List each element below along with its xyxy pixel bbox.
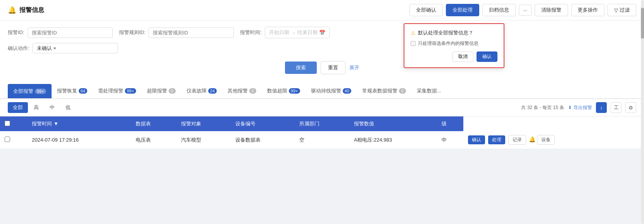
table-row: 2024-07-09 17:29:16电压表汽车模型设备数据表空A相电压:224…	[0, 131, 644, 149]
popover-title-text: 默认处理全部报警信息？	[418, 29, 473, 36]
handle-all-button[interactable]: 全部处理	[446, 4, 479, 16]
popover-actions: 取消 确认	[411, 51, 497, 62]
export-alarm-label: 导出报警	[573, 104, 592, 111]
search-row-2: 确认动作:	[8, 43, 636, 53]
confirm-all-button[interactable]: 全部确认	[409, 4, 443, 16]
tab-9[interactable]: 采集数据...	[411, 84, 447, 99]
confirm-action-label: 确认动作:	[8, 45, 29, 52]
archive-info-button[interactable]: 归档信息	[482, 4, 516, 16]
scrollbar-track[interactable]	[641, 0, 644, 224]
alarm-object: 汽车模型	[176, 131, 231, 149]
col-header-4[interactable]: 设备编号	[231, 116, 295, 131]
column-icon: 工	[614, 104, 619, 111]
col-header-7[interactable]: 级	[437, 116, 463, 131]
tab-1[interactable]: 报警恢复64	[52, 84, 93, 99]
tab-badge-6: 99+	[289, 88, 300, 94]
tab-badge-4: 24	[208, 88, 217, 94]
alarm-id-field: 报警ID:	[8, 27, 113, 38]
total-count-text: 共 32 条 - 每页 15 条	[521, 104, 564, 111]
popover-cancel-button[interactable]: 取消	[452, 51, 473, 62]
sub-filter-bar: 全部高中低 共 32 条 - 每页 15 条 ⬇ 导出报警 ↕ 工 ⚙	[0, 99, 644, 116]
row-device-button[interactable]: 设备	[537, 135, 555, 145]
export-alarm-button[interactable]: ⬇ 导出报警	[568, 104, 592, 111]
col-header-5[interactable]: 所属部门	[295, 116, 349, 131]
header-left: 🔔 报警信息	[8, 6, 44, 14]
tab-3[interactable]: 超限报警0	[142, 84, 181, 99]
tab-label-2: 需处理报警	[98, 87, 123, 94]
filter-only-checkbox[interactable]	[411, 41, 416, 46]
level-tab-中[interactable]: 中	[45, 102, 60, 113]
tab-label-4: 仪表故障	[186, 87, 207, 94]
tab-label-3: 超限报警	[147, 87, 167, 94]
rule-id-input[interactable]	[148, 27, 234, 38]
expand-button[interactable]: 展开	[349, 64, 359, 71]
search-panel: 报警ID: 报警规则ID: 报警时间: 开始日期 → 结束日期 📅 确认动作: …	[0, 21, 644, 84]
level-tab-高[interactable]: 高	[29, 102, 44, 113]
tab-badge-3: 0	[169, 88, 176, 94]
row-checkbox	[0, 131, 27, 149]
tab-4[interactable]: 仪表故障24	[181, 84, 222, 99]
confirm-action-field: 确认动作:	[8, 43, 118, 53]
filter-icon: ▽	[614, 7, 618, 13]
column-settings-button[interactable]: 工	[611, 102, 622, 113]
page-header: 🔔 报警信息 全部确认 全部处理 归档信息 ··· 清除报警 更多操作 ▽ 过滤…	[0, 0, 644, 21]
more-dots-button[interactable]: ···	[519, 5, 532, 16]
alarm-id-input[interactable]	[28, 27, 113, 38]
tab-6[interactable]: 数值超限99+	[262, 84, 306, 99]
col-header-3[interactable]: 报警对象	[176, 116, 231, 131]
sort-columns-button[interactable]: ↕	[596, 102, 607, 113]
tab-badge-8: 0	[399, 88, 406, 94]
col-header-1[interactable]: 报警时间 ▼	[27, 116, 131, 131]
rule-id-label: 报警规则ID:	[119, 29, 146, 36]
level-tabs: 全部高中低	[8, 102, 76, 113]
popover-title: ⚠ 默认处理全部报警信息？	[411, 29, 497, 36]
filter-label: 过滤	[620, 7, 630, 14]
filter-button[interactable]: ▽ 过滤	[608, 4, 636, 16]
clear-alarm-button[interactable]: 清除报警	[535, 4, 568, 16]
tab-7[interactable]: 驱动掉线报警40	[306, 84, 357, 99]
start-date-placeholder: 开始日期	[269, 29, 289, 36]
col-header-2[interactable]: 数据表	[131, 116, 176, 131]
tab-5[interactable]: 其他报警0	[222, 84, 262, 99]
row-confirm-button[interactable]: 确认	[468, 135, 485, 144]
col-header-6[interactable]: 报警数值	[349, 116, 437, 131]
handle-all-popover: ⚠ 默认处理全部报警信息？ 只处理筛选条件内的报警信息 取消 确认	[404, 23, 504, 68]
tab-badge-0: 99+	[35, 89, 46, 94]
table-meta: 共 32 条 - 每页 15 条 ⬇ 导出报警 ↕ 工 ⚙	[521, 102, 636, 113]
row-actions: 确认 处理 记录 🔔 设备	[463, 131, 644, 149]
search-actions: 搜索 重置 展开	[8, 58, 636, 77]
rule-id-field: 报警规则ID:	[119, 27, 234, 38]
select-all-checkbox[interactable]	[5, 121, 10, 126]
tabs-bar: 全部报警99+报警恢复64需处理报警99+超限报警0仪表故障24其他报警0数值超…	[0, 84, 644, 99]
alarm-table-container: 报警时间 ▼数据表报警对象设备编号所属部门报警数值级 2024-07-09 17…	[0, 116, 644, 149]
table-body: 2024-07-09 17:29:16电压表汽车模型设备数据表空A相电压:224…	[0, 131, 644, 149]
table-header: 报警时间 ▼数据表报警对象设备编号所属部门报警数值级	[0, 116, 644, 131]
alarm-table: 报警时间 ▼数据表报警对象设备编号所属部门报警数值级 2024-07-09 17…	[0, 116, 644, 149]
date-range-input[interactable]: 开始日期 → 结束日期 📅	[265, 27, 330, 38]
row-record-button[interactable]: 记录	[508, 135, 526, 145]
confirm-action-input[interactable]	[33, 43, 118, 53]
row-handle-button[interactable]: 处理	[488, 135, 505, 144]
table-settings-button[interactable]: ⚙	[625, 102, 636, 113]
bell-icon: 🔔	[8, 6, 16, 14]
tab-badge-1: 64	[79, 88, 87, 94]
warning-icon: ⚠	[411, 30, 416, 36]
row-bell-button[interactable]: 🔔	[529, 136, 535, 142]
tab-label-8: 常规表数据报警	[362, 87, 397, 94]
level-tab-低[interactable]: 低	[60, 102, 76, 113]
search-button[interactable]: 搜索	[285, 62, 317, 74]
reset-button[interactable]: 重置	[321, 61, 345, 74]
time-label: 报警时间:	[240, 29, 262, 36]
date-arrow-icon: →	[291, 30, 296, 36]
sort-icon: ↕	[600, 105, 603, 111]
search-row-1: 报警ID: 报警规则ID: 报警时间: 开始日期 → 结束日期 📅	[8, 27, 636, 38]
tab-8[interactable]: 常规表数据报警0	[357, 84, 411, 99]
popover-checkbox-row: 只处理筛选条件内的报警信息	[411, 40, 497, 47]
level-tab-全部[interactable]: 全部	[8, 102, 28, 113]
popover-confirm-button[interactable]: 确认	[477, 51, 497, 62]
more-operations-button[interactable]: 更多操作	[571, 4, 604, 16]
scrollbar-thumb[interactable]	[641, 8, 644, 39]
tab-0[interactable]: 全部报警99+	[8, 84, 52, 99]
tab-2[interactable]: 需处理报警99+	[93, 84, 142, 99]
device-no: 设备数据表	[231, 131, 295, 149]
